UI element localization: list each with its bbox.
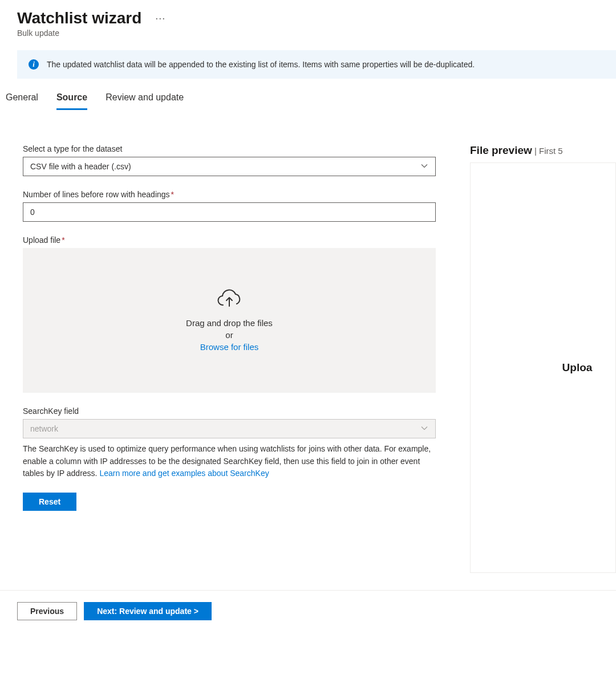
browse-files-link[interactable]: Browse for files	[200, 342, 259, 352]
lines-before-label: Number of lines before row with headings…	[23, 190, 436, 199]
tab-source[interactable]: Source	[56, 89, 87, 110]
chevron-down-icon	[420, 424, 428, 434]
field-dataset-type: Select a type for the dataset CSV file w…	[23, 144, 436, 176]
wizard-footer: Previous Next: Review and update >	[0, 590, 616, 632]
more-actions-icon[interactable]: ···	[155, 13, 165, 25]
required-marker: *	[171, 190, 174, 199]
chevron-down-icon	[420, 162, 428, 172]
dropzone-drag-text: Drag and drop the files	[186, 318, 273, 328]
dropzone-or-text: or	[225, 330, 233, 340]
info-icon: i	[29, 59, 39, 70]
searchkey-select: network	[23, 419, 436, 438]
file-preview-heading: File preview | First 5	[470, 144, 616, 157]
field-searchkey: SearchKey field network The SearchKey is…	[23, 406, 436, 480]
file-preview-empty-text: Uploa	[494, 361, 593, 374]
wizard-tabs: General Source Review and update	[0, 79, 616, 110]
info-banner-text: The updated watchlist data will be appen…	[47, 60, 475, 69]
lines-before-input-wrap[interactable]	[23, 202, 436, 222]
file-preview-subtitle: | First 5	[532, 146, 563, 156]
tab-general[interactable]: General	[6, 89, 38, 110]
next-button[interactable]: Next: Review and update >	[84, 602, 212, 620]
dataset-type-label: Select a type for the dataset	[23, 144, 436, 153]
required-marker: *	[62, 235, 64, 245]
form-column: Select a type for the dataset CSV file w…	[23, 144, 436, 573]
previous-button[interactable]: Previous	[17, 602, 77, 620]
file-preview-title: File preview	[470, 144, 532, 156]
page-subtitle: Bulk update	[17, 29, 599, 38]
searchkey-value: network	[30, 424, 58, 433]
searchkey-help-text: The SearchKey is used to optimize query …	[23, 443, 436, 480]
upload-dropzone[interactable]: Drag and drop the files or Browse for fi…	[23, 248, 436, 393]
searchkey-label: SearchKey field	[23, 406, 436, 416]
info-banner: i The updated watchlist data will be app…	[17, 50, 616, 79]
file-preview-box: Uploa	[470, 162, 616, 573]
dataset-type-select[interactable]: CSV file with a header (.csv)	[23, 157, 436, 176]
page-header: Watchlist wizard ··· Bulk update	[0, 0, 616, 42]
upload-label: Upload file*	[23, 235, 436, 245]
cloud-upload-icon	[216, 289, 242, 311]
reset-button[interactable]: Reset	[23, 493, 76, 511]
dataset-type-value: CSV file with a header (.csv)	[30, 162, 131, 171]
field-lines-before: Number of lines before row with headings…	[23, 190, 436, 222]
lines-before-input[interactable]	[30, 208, 428, 217]
page-title: Watchlist wizard	[17, 9, 141, 27]
searchkey-learn-more-link[interactable]: Learn more and get examples about Search…	[99, 469, 269, 478]
tab-review-and-update[interactable]: Review and update	[106, 89, 184, 110]
file-preview-column: File preview | First 5 Uploa	[470, 144, 616, 573]
field-upload: Upload file* Drag and drop the files or …	[23, 235, 436, 393]
